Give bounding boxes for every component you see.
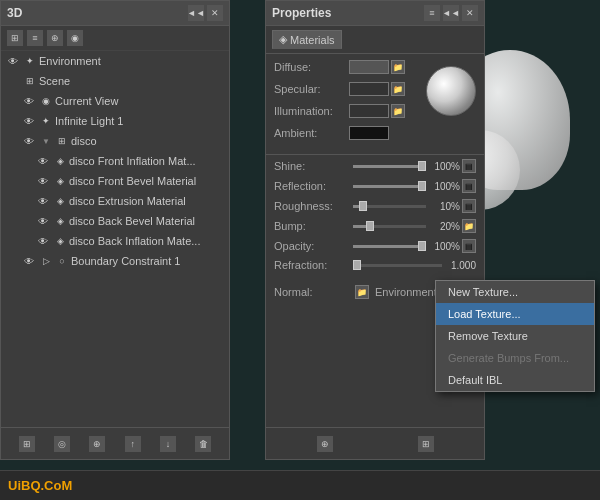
slider-opacity-folder-btn[interactable]: ▤: [462, 239, 476, 253]
tree-item-current-view[interactable]: 👁 ◉ Current View: [1, 91, 229, 111]
panel-3d-toolbar: ⊞ ≡ ⊕ ◉: [1, 26, 229, 51]
type-icon-boundary-constraint: ○: [55, 254, 69, 268]
bottom-bar: UiBQ.CoM: [0, 470, 600, 500]
eye-icon-disco[interactable]: 👁: [21, 133, 37, 149]
divider-1: [266, 154, 484, 155]
context-menu-item-generate-bumps[interactable]: Generate Bumps From...: [436, 347, 594, 369]
slider-roughness-thumb[interactable]: [359, 201, 367, 211]
slider-reflection-label: Reflection:: [274, 180, 349, 192]
slider-reflection-thumb[interactable]: [418, 181, 426, 191]
slider-roughness-row: Roughness: 10% ▤: [266, 199, 484, 213]
tree-item-environment[interactable]: 👁 ✦ Environment: [1, 51, 229, 71]
slider-roughness-track[interactable]: [353, 205, 426, 208]
panel-3d-close-btn[interactable]: ✕: [207, 5, 223, 21]
type-icon-disco: ⊞: [55, 134, 69, 148]
prop-illumination-swatch[interactable]: [349, 104, 389, 118]
prop-normal-folder-btn[interactable]: 📁: [355, 285, 369, 299]
slider-reflection-folder-btn[interactable]: ▤: [462, 179, 476, 193]
tab-materials[interactable]: ◈ Materials: [272, 30, 342, 49]
context-menu-item-default-ibl[interactable]: Default IBL: [436, 369, 594, 391]
slider-bump-folder-btn[interactable]: 📁: [462, 219, 476, 233]
context-menu-item-remove-texture[interactable]: Remove Texture: [436, 325, 594, 347]
slider-shine-fill: [353, 165, 426, 168]
props-footer-btn-grid[interactable]: ⊞: [418, 436, 434, 452]
panel-props-title: Properties: [272, 6, 331, 20]
type-icon-disco-back-inflation: ◈: [53, 234, 67, 248]
tree-label-disco-extrusion: disco Extrusion Material: [69, 195, 186, 207]
tree-item-infinite-light[interactable]: 👁 ✦ Infinite Light 1: [1, 111, 229, 131]
eye-icon-infinite-light[interactable]: 👁: [21, 113, 37, 129]
tree-item-disco[interactable]: 👁 ▼ ⊞ disco: [1, 131, 229, 151]
slider-roughness-folder-btn[interactable]: ▤: [462, 199, 476, 213]
expand-icon-disco: ▼: [39, 134, 53, 148]
context-menu-item-load-texture[interactable]: Load Texture...: [436, 303, 594, 325]
slider-opacity-value: 100%: [430, 241, 460, 252]
context-menu-item-new-texture[interactable]: New Texture...: [436, 281, 594, 303]
slider-shine-value: 100%: [430, 161, 460, 172]
panel-3d-collapse-btn[interactable]: ◄◄: [188, 5, 204, 21]
panel-3d-title: 3D: [7, 6, 22, 20]
tree-item-disco-extrusion[interactable]: 👁 ◈ disco Extrusion Material: [1, 191, 229, 211]
eye-icon-boundary-constraint[interactable]: 👁: [21, 253, 37, 269]
panel-3d-footer: ⊞ ◎ ⊕ ↑ ↓ 🗑: [1, 427, 229, 459]
panel-props-header: Properties ≡ ◄◄ ✕: [266, 1, 484, 26]
prop-specular-folder-btn[interactable]: 📁: [391, 82, 405, 96]
slider-bump-label: Bump:: [274, 220, 349, 232]
eye-icon-current-view[interactable]: 👁: [21, 93, 37, 109]
slider-refraction-track[interactable]: [353, 264, 442, 267]
prop-specular-label: Specular:: [274, 83, 349, 95]
prop-ambient-swatch[interactable]: [349, 126, 389, 140]
tree-item-boundary-constraint[interactable]: 👁 ▷ ○ Boundary Constraint 1: [1, 251, 229, 271]
slider-reflection-value: 100%: [430, 181, 460, 192]
type-icon-infinite-light: ✦: [39, 114, 53, 128]
slider-bump-thumb[interactable]: [366, 221, 374, 231]
panel-props-menu-btn[interactable]: ≡: [424, 5, 440, 21]
material-preview[interactable]: [426, 66, 476, 116]
eye-icon-environment[interactable]: 👁: [5, 53, 21, 69]
slider-refraction-thumb[interactable]: [353, 260, 361, 270]
slider-shine-track[interactable]: [353, 165, 426, 168]
footer-btn-up[interactable]: ↑: [125, 436, 141, 452]
slider-opacity-label: Opacity:: [274, 240, 349, 252]
slider-shine-thumb[interactable]: [418, 161, 426, 171]
slider-shine-folder-btn[interactable]: ▤: [462, 159, 476, 173]
toolbar-btn-1[interactable]: ⊞: [7, 30, 23, 46]
prop-diffuse-folder-btn[interactable]: 📁: [391, 60, 405, 74]
tab-materials-label: Materials: [290, 34, 335, 46]
toolbar-btn-3[interactable]: ⊕: [47, 30, 63, 46]
props-footer-btn-add[interactable]: ⊕: [317, 436, 333, 452]
footer-btn-delete[interactable]: 🗑: [195, 436, 211, 452]
prop-diffuse-label: Diffuse:: [274, 61, 349, 73]
tree-item-disco-back-bevel[interactable]: 👁 ◈ disco Back Bevel Material: [1, 211, 229, 231]
slider-opacity-track[interactable]: [353, 245, 426, 248]
footer-btn-grid[interactable]: ⊞: [19, 436, 35, 452]
slider-shine-row: Shine: 100% ▤: [266, 159, 484, 173]
tree-item-disco-back-inflation[interactable]: 👁 ◈ disco Back Inflation Mate...: [1, 231, 229, 251]
footer-btn-down[interactable]: ↓: [160, 436, 176, 452]
slider-bump-track[interactable]: [353, 225, 426, 228]
eye-icon-disco-back-inflation[interactable]: 👁: [35, 233, 51, 249]
footer-btn-add[interactable]: ⊕: [89, 436, 105, 452]
tree-label-boundary-constraint: Boundary Constraint 1: [71, 255, 180, 267]
eye-icon-disco-back-bevel[interactable]: 👁: [35, 213, 51, 229]
tree-item-disco-front-inflation[interactable]: 👁 ◈ disco Front Inflation Mat...: [1, 151, 229, 171]
toolbar-btn-4[interactable]: ◉: [67, 30, 83, 46]
toolbar-btn-2[interactable]: ≡: [27, 30, 43, 46]
slider-reflection-track[interactable]: [353, 185, 426, 188]
footer-btn-target[interactable]: ◎: [54, 436, 70, 452]
tree-item-disco-front-bevel[interactable]: 👁 ◈ disco Front Bevel Material: [1, 171, 229, 191]
type-icon-disco-front-bevel: ◈: [53, 174, 67, 188]
eye-icon-disco-front-bevel[interactable]: 👁: [35, 173, 51, 189]
slider-opacity-thumb[interactable]: [418, 241, 426, 251]
prop-illumination-folder-btn[interactable]: 📁: [391, 104, 405, 118]
prop-specular-swatch[interactable]: [349, 82, 389, 96]
eye-icon-disco-extrusion[interactable]: 👁: [35, 193, 51, 209]
eye-icon-disco-front-inflation[interactable]: 👁: [35, 153, 51, 169]
prop-illumination-label: Illumination:: [274, 105, 349, 117]
slider-shine-label: Shine:: [274, 160, 349, 172]
panel-props-collapse-btn[interactable]: ◄◄: [443, 5, 459, 21]
prop-diffuse-swatch[interactable]: [349, 60, 389, 74]
panel-props-close-btn[interactable]: ✕: [462, 5, 478, 21]
slider-roughness-value: 10%: [430, 201, 460, 212]
tree-item-scene[interactable]: 👁 ⊞ Scene: [1, 71, 229, 91]
